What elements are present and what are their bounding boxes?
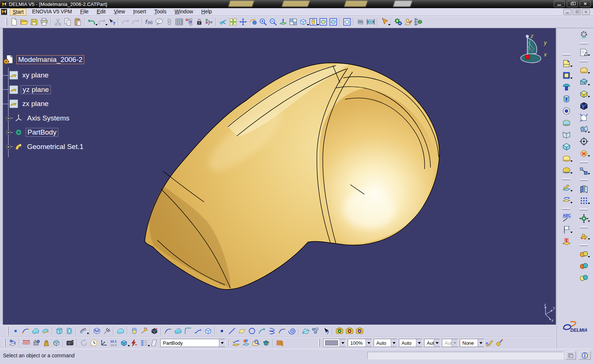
groove-icon[interactable] <box>561 94 571 104</box>
toolbar-handle[interactable] <box>562 54 570 56</box>
model-3d[interactable] <box>3 28 556 325</box>
render-style-icon[interactable] <box>308 17 318 27</box>
select-arrow-icon[interactable] <box>391 339 397 347</box>
open-icon[interactable] <box>19 17 29 27</box>
plane-icon[interactable] <box>237 326 247 336</box>
exit-workbench-icon[interactable] <box>7 338 17 348</box>
revolve-surface-icon[interactable] <box>64 326 74 336</box>
circle-icon[interactable] <box>247 326 257 336</box>
generative-filter-icon[interactable] <box>129 338 139 348</box>
measure-dimension-icon[interactable] <box>366 17 376 27</box>
hole-icon[interactable] <box>561 106 571 116</box>
compass[interactable]: z y x <box>514 33 553 69</box>
boolean-intersect-icon[interactable] <box>579 273 589 283</box>
bounding-box-icon[interactable] <box>51 338 61 348</box>
restore-button[interactable] <box>567 1 578 7</box>
tree-item-yz-plane[interactable]: yz plane <box>3 84 51 95</box>
knowledge-stack-icon[interactable] <box>261 338 271 348</box>
rect-pattern-icon[interactable] <box>579 196 589 206</box>
pattern-box-icon[interactable] <box>275 338 285 348</box>
viewport-3d[interactable]: Modelmania_2006-2xy planeyz planezx plan… <box>3 28 556 325</box>
select-icon[interactable] <box>379 17 389 27</box>
whats-this-context-icon[interactable]: ? <box>321 326 331 336</box>
cylinder-surface-icon[interactable] <box>129 326 139 336</box>
extrude-surface-icon[interactable] <box>54 326 64 336</box>
manipulation-clock-icon[interactable] <box>89 338 99 348</box>
measure-inertia-icon[interactable] <box>41 338 51 348</box>
feature-list-icon[interactable] <box>139 338 149 348</box>
workbench-gear-icon[interactable] <box>579 30 589 40</box>
print-icon[interactable] <box>39 17 49 27</box>
isometric-view-icon[interactable] <box>298 17 308 27</box>
menu-file[interactable]: File <box>78 8 91 16</box>
toolbar-handle[interactable] <box>318 339 320 347</box>
tree-item-partbody[interactable]: PartBody+ <box>3 127 58 138</box>
toolbar-handle[interactable] <box>580 43 588 44</box>
spline-curve-icon[interactable] <box>163 326 173 336</box>
menu-start[interactable]: Start <box>10 8 26 16</box>
slot-icon[interactable] <box>561 130 571 140</box>
tree-expand-button[interactable]: + <box>6 116 11 121</box>
menu-tools[interactable]: Tools <box>152 8 169 16</box>
remove-face-icon[interactable] <box>579 148 589 158</box>
menu-help[interactable]: Help <box>199 8 214 16</box>
option-select-3[interactable]: Auto <box>399 339 423 347</box>
menu-insert[interactable]: Insert <box>131 8 148 16</box>
formula-icon[interactable]: f(x) <box>144 17 154 27</box>
zoom-out-icon[interactable] <box>268 17 278 27</box>
menu-enovia-v5-vpm[interactable]: ENOVIA V5 VPM <box>30 8 74 16</box>
hide-show-icon[interactable] <box>342 17 352 27</box>
boolean-add-icon[interactable] <box>579 249 589 259</box>
product-structure-icon[interactable] <box>184 17 194 27</box>
spiral-icon[interactable] <box>287 326 297 336</box>
toolbar-handle[interactable] <box>6 18 7 26</box>
rotate-icon[interactable] <box>248 17 258 27</box>
helix-icon[interactable] <box>267 326 277 336</box>
sketch-analysis-icon[interactable] <box>149 338 159 348</box>
mesh-net-surface-icon[interactable] <box>92 326 102 336</box>
cut-icon[interactable] <box>53 17 63 27</box>
settings-gears-icon[interactable] <box>393 17 403 27</box>
toolbar-handle[interactable] <box>580 60 588 62</box>
tree-item-modelmania-2006-2[interactable]: Modelmania_2006-2 <box>3 54 84 65</box>
extract-geometry-icon[interactable] <box>139 326 149 336</box>
toolbar-handle[interactable] <box>4 339 6 347</box>
removed-loft-icon[interactable] <box>561 165 571 175</box>
body-selector-arrow-icon[interactable] <box>219 339 225 347</box>
tree-expand-button[interactable]: + <box>6 130 11 135</box>
thickness-icon[interactable] <box>579 113 589 123</box>
stiffener-icon[interactable] <box>561 142 571 152</box>
copy-graphic-properties-icon[interactable] <box>484 338 494 348</box>
toolbar-handle[interactable] <box>7 327 9 335</box>
toolbar-handle[interactable] <box>562 208 570 210</box>
scale-icon[interactable] <box>579 214 589 224</box>
option-select-1[interactable]: 100% <box>348 339 372 347</box>
simulation-options-icon[interactable] <box>354 326 364 336</box>
render-capture-icon[interactable] <box>65 338 75 348</box>
menu-edit[interactable]: Edit <box>95 8 108 16</box>
draft-angle-icon[interactable] <box>579 89 589 99</box>
select-arrow-icon[interactable] <box>366 339 372 347</box>
search-analyze-icon[interactable] <box>251 338 261 348</box>
fit-all-in-icon[interactable] <box>228 17 238 27</box>
doc-close-button[interactable]: ✕ <box>582 9 590 15</box>
toolbar-handle[interactable] <box>580 179 588 181</box>
sew-surface-icon[interactable] <box>561 183 571 193</box>
paint-properties-icon[interactable] <box>241 338 251 348</box>
option-select-2[interactable]: Auto <box>374 339 397 347</box>
power-input-field[interactable] <box>367 352 563 359</box>
whats-this-icon[interactable]: ? <box>107 17 117 27</box>
scale-target-icon[interactable] <box>579 136 589 146</box>
loft-icon[interactable] <box>561 153 571 163</box>
fill-surface-icon[interactable] <box>115 326 125 336</box>
rib-icon[interactable] <box>561 118 571 128</box>
develop-wireframe-icon[interactable] <box>301 326 311 336</box>
option-select-6[interactable]: None <box>460 339 484 347</box>
measure-item-icon[interactable] <box>31 338 41 348</box>
close-surface-icon[interactable] <box>561 195 571 205</box>
multi-view-icon[interactable] <box>288 17 298 27</box>
pad-icon[interactable] <box>561 59 571 69</box>
minimize-button[interactable] <box>554 1 565 7</box>
simulation-record-icon[interactable] <box>344 326 354 336</box>
copy-icon[interactable] <box>63 17 73 27</box>
